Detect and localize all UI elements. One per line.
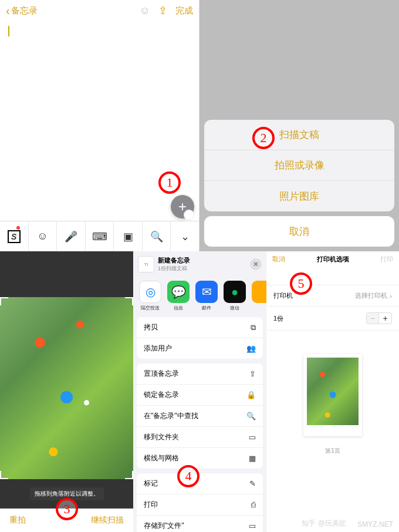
- lock-icon: 🔒: [246, 390, 256, 399]
- pin-icon: ⇧: [249, 369, 256, 378]
- annotation-badge-5: 5: [290, 272, 312, 295]
- messages-app[interactable]: 💬信息: [167, 281, 190, 311]
- stepper-minus[interactable]: −: [366, 312, 379, 324]
- find-action[interactable]: 在"备忘录"中查找🔍: [137, 406, 263, 427]
- stepper-plus[interactable]: +: [379, 312, 392, 324]
- print-preview-page[interactable]: [303, 354, 362, 436]
- keyboard-toolbar: S ☺ 🎤 ⌨ ▣ 🔍 ⌄: [0, 221, 199, 251]
- scan-preview-image[interactable]: [0, 297, 133, 479]
- search-key[interactable]: 🔍: [143, 221, 171, 251]
- copies-row: 1份 − +: [266, 307, 399, 331]
- print-options-list: 打印机 选择打印机› 1份 − +: [266, 285, 399, 331]
- printer-value: 选择打印机›: [355, 291, 392, 300]
- print-cancel-button[interactable]: 取消: [272, 255, 285, 264]
- save-icon: ▭: [249, 521, 256, 530]
- share-sheet-panel: TI 新建备忘录 1份扫描文稿 ✕ ◎隔空投送 💬信息 ✉邮件 ●微信 拷贝⧉ …: [133, 251, 266, 532]
- crop-handle-tr[interactable]: [125, 297, 133, 305]
- copies-stepper: − +: [366, 312, 392, 324]
- continue-scan-button[interactable]: 继续扫描: [91, 515, 124, 526]
- action-sheet: 扫描文稿 拍照或录像 照片图库 取消: [204, 120, 394, 247]
- print-action[interactable]: 打印⎙: [137, 494, 263, 516]
- share-icon[interactable]: ⇪: [158, 4, 167, 17]
- airdrop-app[interactable]: ◎隔空投送: [139, 281, 161, 311]
- messages-icon: 💬: [167, 281, 190, 303]
- badge-icon: [184, 210, 194, 220]
- mail-icon: ✉: [195, 281, 218, 303]
- photo-library-option[interactable]: 照片图库: [204, 181, 394, 211]
- lock-action[interactable]: 锁定备忘录🔒: [137, 385, 263, 406]
- move-folder-action[interactable]: 移到文件夹▭: [137, 427, 263, 448]
- folder-icon: ▭: [249, 433, 256, 442]
- wechat-icon: ●: [224, 281, 246, 303]
- page-indicator: 第1页: [266, 447, 399, 455]
- pin-action[interactable]: 置顶备忘录⇧: [137, 363, 263, 385]
- share-group-3: 标记✎ 打印⎙ 存储到"文件"▭: [137, 473, 263, 532]
- chevron-right-icon: ›: [390, 292, 392, 299]
- take-photo-option[interactable]: 拍照或录像: [204, 150, 394, 181]
- action-sheet-panel: 扫描文稿 拍照或录像 照片图库 取消: [200, 0, 399, 251]
- add-user-icon: 👥: [246, 344, 256, 353]
- doc-subtitle: 1份扫描文稿: [158, 265, 190, 272]
- sheet-options: 扫描文稿 拍照或录像 照片图库: [204, 120, 394, 211]
- sogou-key[interactable]: S: [0, 221, 29, 251]
- scan-document-option[interactable]: 扫描文稿: [204, 120, 394, 150]
- notes-header: ‹ 备忘录 ☺ ⇪ 完成: [0, 0, 199, 21]
- print-header: 取消 打印机选项 打印: [266, 251, 399, 267]
- more-app[interactable]: [252, 281, 266, 311]
- collaborate-icon[interactable]: ☺: [140, 5, 150, 17]
- print-confirm-button[interactable]: 打印: [380, 255, 393, 264]
- doc-title: 新建备忘录: [158, 256, 190, 265]
- retake-button[interactable]: 重拍: [9, 515, 26, 526]
- print-options-panel: 取消 打印机选项 打印 打印机 选择打印机› 1份 − + 第1页: [266, 251, 399, 532]
- clipboard-key[interactable]: ▣: [114, 221, 143, 251]
- emoji-key[interactable]: ☺: [29, 221, 58, 251]
- crop-handle-tl[interactable]: [0, 297, 8, 305]
- watermark-user: 知乎 @玩美匠: [302, 518, 346, 528]
- notes-editor-panel: ‹ 备忘录 ☺ ⇪ 完成 + S ☺ 🎤 ⌨ ▣ 🔍 ⌄: [0, 0, 200, 251]
- share-group-2: 置顶备忘录⇧ 锁定备忘录🔒 在"备忘录"中查找🔍 移到文件夹▭ 横线与网格▦: [137, 363, 263, 469]
- back-button[interactable]: ‹ 备忘录: [6, 4, 38, 18]
- lines-grid-action[interactable]: 横线与网格▦: [137, 448, 263, 469]
- copy-icon: ⧉: [251, 323, 256, 332]
- header-actions: ☺ ⇪ 完成: [140, 4, 193, 17]
- printer-label: 打印机: [273, 291, 293, 300]
- share-header: TI 新建备忘录 1份扫描文稿 ✕: [133, 251, 266, 277]
- copy-action[interactable]: 拷贝⧉: [137, 317, 263, 338]
- close-button[interactable]: ✕: [250, 258, 262, 270]
- preview-image: [307, 358, 359, 425]
- doc-thumbnail: TI: [138, 256, 154, 272]
- cancel-button[interactable]: 取消: [204, 216, 394, 247]
- close-icon: ✕: [253, 260, 259, 268]
- more-icon: [252, 281, 266, 303]
- print-title: 打印机选项: [317, 255, 349, 264]
- add-user-action[interactable]: 添加用户👥: [137, 338, 263, 359]
- copies-label: 1份: [273, 314, 283, 323]
- grid-icon: ▦: [249, 454, 256, 463]
- annotation-badge-3: 3: [56, 498, 78, 520]
- doc-info: 新建备忘录 1份扫描文稿: [158, 256, 190, 272]
- airdrop-icon: ◎: [139, 281, 161, 303]
- crop-handle-br[interactable]: [125, 471, 133, 479]
- mic-key[interactable]: 🎤: [57, 221, 86, 251]
- back-label: 备忘录: [11, 5, 38, 16]
- share-group-1: 拷贝⧉ 添加用户👥: [137, 317, 263, 359]
- crop-handle-bl[interactable]: [0, 471, 8, 479]
- done-button[interactable]: 完成: [175, 5, 193, 16]
- print-icon: ⎙: [251, 500, 256, 509]
- mail-app[interactable]: ✉邮件: [195, 281, 218, 311]
- printer-row[interactable]: 打印机 选择打印机›: [266, 285, 399, 307]
- markup-action[interactable]: 标记✎: [137, 473, 263, 494]
- annotation-badge-4: 4: [177, 465, 200, 487]
- share-apps-row: ◎隔空投送 💬信息 ✉邮件 ●微信: [133, 277, 266, 317]
- keyboard-key[interactable]: ⌨: [86, 221, 114, 251]
- scan-adjust-panel: 拖移到角落附近以调整。 重拍 继续扫描: [0, 251, 133, 532]
- collapse-key[interactable]: ⌄: [171, 221, 199, 251]
- wechat-app[interactable]: ●微信: [224, 281, 246, 311]
- save-files-action[interactable]: 存储到"文件"▭: [137, 516, 263, 532]
- annotation-badge-1: 1: [158, 171, 181, 194]
- text-cursor: [8, 26, 9, 36]
- markup-icon: ✎: [249, 479, 256, 488]
- search-icon: 🔍: [246, 412, 256, 420]
- annotation-badge-2: 2: [252, 127, 275, 149]
- watermark-site: SMYZ.NET: [357, 520, 393, 528]
